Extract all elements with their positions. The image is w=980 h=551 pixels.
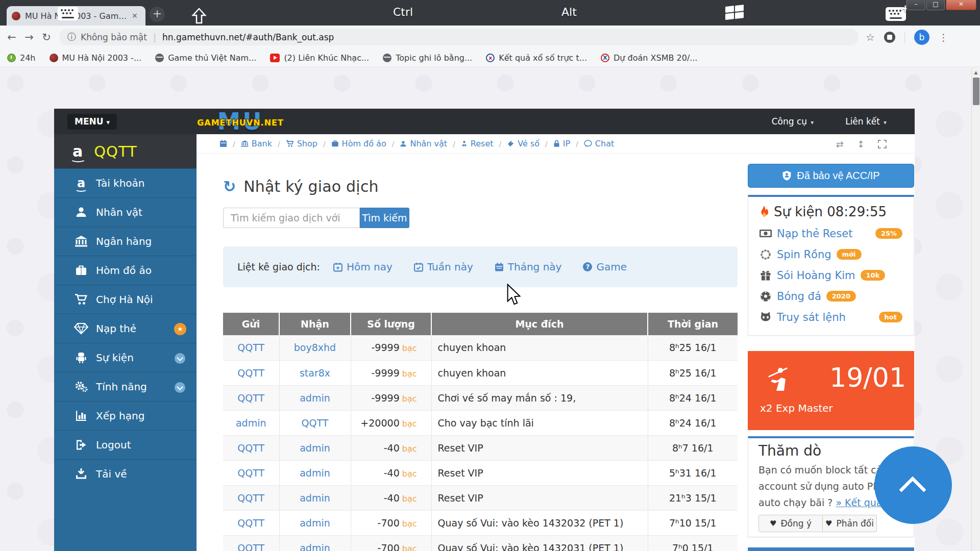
scrollbar-up-arrow[interactable]: ▲ (972, 68, 980, 77)
extension-icon[interactable] (884, 32, 895, 43)
event-item-napthe[interactable]: Nạp thẻ Reset 25% (758, 227, 903, 240)
event-date-banner[interactable]: 19/01 x2 Exp Master (748, 351, 914, 430)
poll-results-link[interactable]: » Kết quả (836, 497, 882, 508)
event-item-soihoangkim[interactable]: Sói Hoàng Kim 10k (758, 268, 903, 282)
breadcrumb-lottery[interactable]: Vé số (507, 139, 540, 148)
bookmark-item[interactable]: XDự đoán XSMB 20/... (601, 53, 698, 63)
sidebar-item-character[interactable]: Nhân vật (54, 197, 197, 227)
transactions-table: Gửi Nhận Số lượng Mục đích Thời gian QQT… (223, 313, 738, 551)
new-tab-button[interactable]: + (150, 7, 165, 22)
sidebar-item-events[interactable]: Sự kiện (54, 343, 197, 372)
nav-links-dropdown[interactable]: Liên kết▾ (845, 116, 887, 127)
back-to-top-button[interactable] (874, 446, 952, 524)
breadcrumb-ip[interactable]: IP (553, 139, 570, 148)
window-close-button[interactable]: ✕ (946, 0, 976, 10)
warrior-icon (766, 365, 791, 392)
receiver-link[interactable]: boy8xhd (294, 342, 336, 353)
site-logo[interactable]: MU GAMETHUVN.NET (170, 109, 310, 134)
shield-icon (782, 170, 792, 181)
sidebar-item-topup[interactable]: Nạp thẻ ★ (54, 314, 197, 343)
chevron-down-icon[interactable] (175, 382, 185, 393)
bookmark-item[interactable]: Game thủ Việt Nam... (155, 53, 256, 63)
sidebar-item-features[interactable]: Tính năng (54, 372, 197, 401)
sidebar-item-ranking[interactable]: Xếp hạng (54, 401, 197, 430)
content-area: / Bank / Shop / Hòm đồ ảo / Nhân vật / R… (197, 134, 915, 551)
breadcrumb-calendar[interactable] (219, 140, 227, 147)
sender-link[interactable]: QQTT (237, 492, 264, 504)
filter-week[interactable]: Tuần này (414, 261, 473, 273)
breadcrumb-reset[interactable]: Reset (461, 139, 494, 148)
page-scrollbar[interactable]: ▲ (971, 68, 980, 551)
currency-label: bạc (402, 494, 417, 504)
profile-avatar[interactable]: b (914, 30, 929, 45)
receiver-link[interactable]: admin (300, 392, 330, 404)
address-bar[interactable]: ⓘ Không bảo mật | hn.gamethuvn.net/#auth… (59, 29, 859, 45)
chevron-down-icon[interactable] (175, 353, 185, 364)
sender-link[interactable]: QQTT (237, 392, 264, 404)
bookmark-item[interactable]: (2) Liên Khúc Nhạc... (270, 53, 369, 63)
sender-link[interactable]: QQTT (237, 367, 264, 379)
breadcrumb-chat[interactable]: Chat (584, 139, 614, 148)
receiver-link[interactable]: star8x (300, 367, 330, 379)
sidebar-item-account[interactable]: a Tài khoản (54, 168, 197, 197)
resize-vertical-icon[interactable]: ↕ (857, 139, 865, 149)
receiver-link[interactable]: admin (300, 517, 330, 529)
timestamp: 21ʰ3 15/1 (648, 485, 738, 510)
scrollbar-thumb[interactable] (973, 78, 979, 105)
reload-button[interactable]: ↻ (38, 31, 55, 43)
receiver-link[interactable]: admin (300, 467, 330, 479)
breadcrumb-character[interactable]: Nhân vật (400, 139, 447, 148)
url-text[interactable]: hn.gamethuvn.net/#auth/Bank_out.asp (162, 32, 334, 42)
sidebar-item-logout[interactable]: Logout (54, 430, 197, 459)
receiver-link[interactable]: admin (300, 492, 330, 504)
sender-link[interactable]: QQTT (237, 517, 264, 529)
breadcrumb-shop[interactable]: Shop (286, 139, 317, 148)
event-item-spinrong[interactable]: Spin Rồng mới (758, 247, 903, 261)
breadcrumb-bank[interactable]: Bank (241, 139, 272, 148)
sidebar-item-download[interactable]: Tải về (54, 459, 197, 488)
filter-month[interactable]: Tháng này (495, 261, 562, 273)
filter-today[interactable]: Hôm nay (333, 261, 393, 273)
protect-acc-ip-button[interactable]: Đã bảo vệ ACC/IP (748, 164, 914, 188)
receiver-link[interactable]: admin (300, 542, 330, 551)
fullscreen-icon[interactable] (878, 140, 887, 148)
bookmark-item[interactable]: Topic ghi lô bằng... (383, 53, 472, 63)
poll-agree-button[interactable]: ♥Đồng ý (758, 515, 823, 532)
bank-icon (241, 140, 249, 147)
tab-close-icon[interactable]: ✕ (132, 12, 138, 20)
sender-link[interactable]: QQTT (237, 342, 264, 353)
sidebar-item-bank[interactable]: Ngân hàng (54, 227, 197, 256)
event-item-truysatlenh[interactable]: Truy sát lệnh hot (758, 310, 903, 324)
receiver-link[interactable]: admin (300, 442, 330, 454)
sender-link[interactable]: QQTT (237, 542, 264, 551)
search-input[interactable] (223, 208, 360, 228)
window-minimize-button[interactable]: – (906, 0, 925, 10)
bookmark-item[interactable]: MU Hà Nội 2003 -... (50, 53, 142, 63)
nav-tools-dropdown[interactable]: Công cụ▾ (772, 116, 814, 127)
sidebar-item-market[interactable]: Chợ Hà Nội (54, 285, 197, 314)
filter-game[interactable]: ?Game (583, 261, 627, 273)
refresh-icon[interactable]: ↻ (223, 178, 236, 195)
receiver-link[interactable]: QQTT (302, 417, 329, 429)
amount: -40 (384, 442, 400, 454)
sidebar-item-inventory[interactable]: Hòm đồ ảo (54, 256, 197, 285)
poll-disagree-button[interactable]: ♥Phản đối (823, 515, 877, 532)
info-icon[interactable]: ⓘ (67, 31, 76, 43)
breadcrumb-inventory[interactable]: Hòm đồ ảo (331, 139, 386, 148)
forward-button[interactable]: → (20, 31, 38, 43)
menu-button[interactable]: MENU▾ (67, 114, 117, 130)
back-button[interactable]: ← (3, 31, 20, 43)
bookmark-star-icon[interactable]: ☆ (866, 31, 875, 43)
window-restore-button[interactable]: □ (926, 0, 945, 10)
event-item-bongda[interactable]: Bóng đá 2020 (758, 289, 903, 303)
event-badge: 2020 (826, 291, 856, 302)
sender-link[interactable]: QQTT (237, 467, 264, 479)
bookmark-item[interactable]: 24h (7, 53, 36, 63)
resize-horizontal-icon[interactable]: ⇄ (836, 139, 844, 149)
chevron-up-icon (899, 476, 926, 504)
sender-link[interactable]: admin (236, 417, 266, 429)
browser-menu-icon[interactable]: ⋮ (939, 32, 948, 43)
bookmark-item[interactable]: xKết quả xổ số trực t... (486, 53, 587, 63)
search-button[interactable]: Tìm kiếm (360, 208, 409, 228)
sender-link[interactable]: QQTT (237, 442, 264, 454)
